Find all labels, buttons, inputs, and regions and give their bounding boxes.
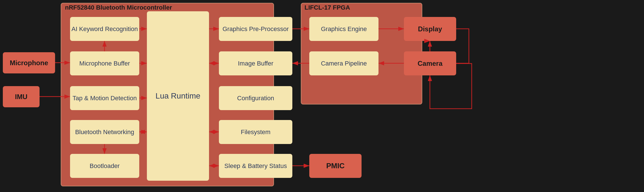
bluetooth-box: Bluetooth Networking xyxy=(70,120,139,144)
graphics-engine-box: Graphics Engine xyxy=(309,17,378,41)
right-side-loop xyxy=(456,29,469,63)
nrf-label: nRF52840 Bluetooth Microcontroller xyxy=(65,4,172,11)
pmic-box: PMIC xyxy=(309,154,362,178)
camera-box: Camera xyxy=(404,51,456,75)
microphone-box: Microphone xyxy=(3,52,55,73)
graphics-preprocessor-box: Graphics Pre-Processor xyxy=(219,17,292,41)
lua-runtime-box: Lua Runtime xyxy=(147,11,209,181)
configuration-box: Configuration xyxy=(219,86,292,110)
lifcl-label: LIFCL-17 FPGA xyxy=(304,4,350,11)
camera-pipeline-box: Camera Pipeline xyxy=(309,51,378,75)
mic-buffer-box: Microphone Buffer xyxy=(70,51,139,75)
diagram-container: nRF52840 Bluetooth Microcontroller LIFCL… xyxy=(0,0,644,192)
sleep-battery-box: Sleep & Battery Status xyxy=(219,154,292,178)
bootloader-box: Bootloader xyxy=(70,154,139,178)
filesystem-box: Filesystem xyxy=(219,120,292,144)
ai-keyword-box: AI Keyword Recognition xyxy=(70,17,139,41)
tap-motion-box: Tap & Motion Detection xyxy=(70,86,139,110)
image-buffer-box: Image Buffer xyxy=(219,51,292,75)
imu-box: IMU xyxy=(3,86,40,107)
display-box: Display xyxy=(404,17,456,41)
